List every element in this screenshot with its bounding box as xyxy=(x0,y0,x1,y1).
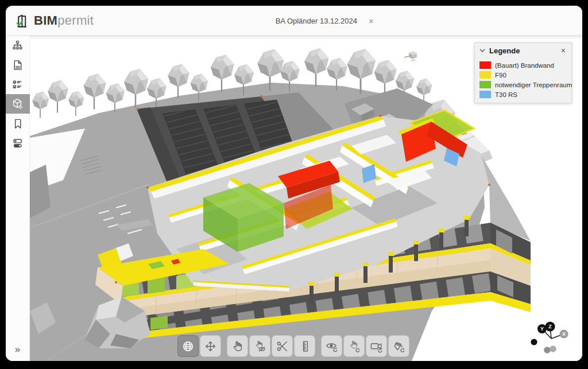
section-cut-icon xyxy=(276,340,289,353)
axis-y-label: Y xyxy=(540,326,544,332)
orbit-globe-button[interactable] xyxy=(177,335,199,357)
expand-sidebar-button[interactable]: » xyxy=(10,342,25,356)
legend-item: notwendiger Treppenraum xyxy=(479,81,567,88)
checklist-icon xyxy=(11,79,24,91)
reset-colors-icon xyxy=(392,340,405,353)
axis-z-label: Z xyxy=(548,324,552,329)
reset-visibility-button[interactable] xyxy=(321,335,342,357)
reset-view-icon xyxy=(370,340,383,353)
tab-close-button[interactable]: × xyxy=(366,15,376,26)
legend-items: (Bauart) Brandwand F90 notwendiger Trepp… xyxy=(475,58,571,103)
document-icon xyxy=(11,59,24,71)
sidebar-item-structure[interactable] xyxy=(6,36,30,55)
measure-button[interactable] xyxy=(294,335,315,357)
legend-panel: Legende × (Bauart) Brandwand F90 notwend… xyxy=(474,42,572,103)
section-cut-button[interactable] xyxy=(272,335,293,357)
legend-label: F90 xyxy=(495,72,506,79)
sidebar-item-3d-model[interactable] xyxy=(6,94,30,114)
sidebar-item-bookmarks[interactable] xyxy=(6,114,30,133)
legend-label: notwendiger Treppenraum xyxy=(495,81,572,88)
axis-neg-ball-3[interactable] xyxy=(550,345,556,352)
reset-selection-button[interactable] xyxy=(343,335,365,357)
legend-swatch-treppenraum xyxy=(479,81,491,88)
legend-title: Legende xyxy=(489,46,556,55)
legend-swatch-f90 xyxy=(479,71,491,79)
legend-label: (Bauart) Brandwand xyxy=(495,62,554,69)
bim-door-logo-icon xyxy=(15,13,30,29)
bookmark-icon xyxy=(11,118,24,130)
chevron-down-icon[interactable] xyxy=(479,48,485,53)
reset-visibility-icon xyxy=(325,340,338,353)
project-tab-title: BA Opländer 13.12.2024 xyxy=(276,17,357,25)
sitemap-icon xyxy=(11,40,24,52)
brand-light: permit xyxy=(57,13,94,28)
toolbar-group-reset xyxy=(321,335,409,357)
brand-bold: BIM xyxy=(34,13,57,28)
left-sidebar: » xyxy=(6,36,30,361)
legend-close-button[interactable]: × xyxy=(560,46,567,55)
toolbar-group-tools xyxy=(227,335,315,357)
legend-swatch-t30rs xyxy=(479,91,491,98)
toggle-switches-icon xyxy=(11,137,24,149)
sidebar-item-checklists[interactable] xyxy=(6,75,30,94)
select-button[interactable] xyxy=(227,335,248,357)
legend-item: T30 RS xyxy=(479,91,567,98)
pan-arrows-icon xyxy=(204,340,217,353)
legend-item: (Bauart) Brandwand xyxy=(479,61,567,69)
viewport-3d[interactable]: Legende × (Bauart) Brandwand F90 notwend… xyxy=(30,36,582,361)
top-bar: BIMpermit BA Opländer 13.12.2024 × xyxy=(6,6,582,36)
measure-icon xyxy=(298,340,311,353)
bimpermit-app-window: BIMpermit BA Opländer 13.12.2024 × xyxy=(6,6,582,361)
model-3d-icon xyxy=(11,98,24,110)
screenshot-frame: BIMpermit BA Opländer 13.12.2024 × xyxy=(0,0,588,369)
reset-view-button[interactable] xyxy=(366,335,387,357)
toolbar-group-navigation xyxy=(177,335,221,357)
survey-cube xyxy=(404,51,417,61)
legend-item: F90 xyxy=(479,71,567,79)
hide-element-icon xyxy=(253,340,266,353)
legend-header: Legende × xyxy=(475,43,571,58)
view-toolbar xyxy=(177,335,409,357)
hide-element-button[interactable] xyxy=(249,335,270,357)
reset-colors-button[interactable] xyxy=(388,335,409,357)
axis-gizmo[interactable]: Y Z X xyxy=(529,321,573,355)
select-hand-icon xyxy=(231,340,244,353)
project-tab[interactable]: BA Opländer 13.12.2024 × xyxy=(276,6,376,36)
axis-x-label: X xyxy=(562,331,566,337)
globe-icon xyxy=(181,340,195,353)
legend-label: T30 RS xyxy=(495,91,517,98)
app-logo: BIMpermit xyxy=(15,6,94,36)
axis-neg-ball[interactable] xyxy=(531,339,537,345)
brand-wordmark: BIMpermit xyxy=(34,13,94,28)
sidebar-item-documents[interactable] xyxy=(6,55,30,75)
axis-neg-ball-2[interactable] xyxy=(544,347,551,354)
reset-selection-icon xyxy=(347,340,361,353)
pan-button[interactable] xyxy=(200,335,221,357)
sidebar-item-filters[interactable] xyxy=(6,133,30,153)
axis-gizmo-svg: Y Z X xyxy=(529,321,573,355)
legend-swatch-brandwand xyxy=(479,61,491,69)
